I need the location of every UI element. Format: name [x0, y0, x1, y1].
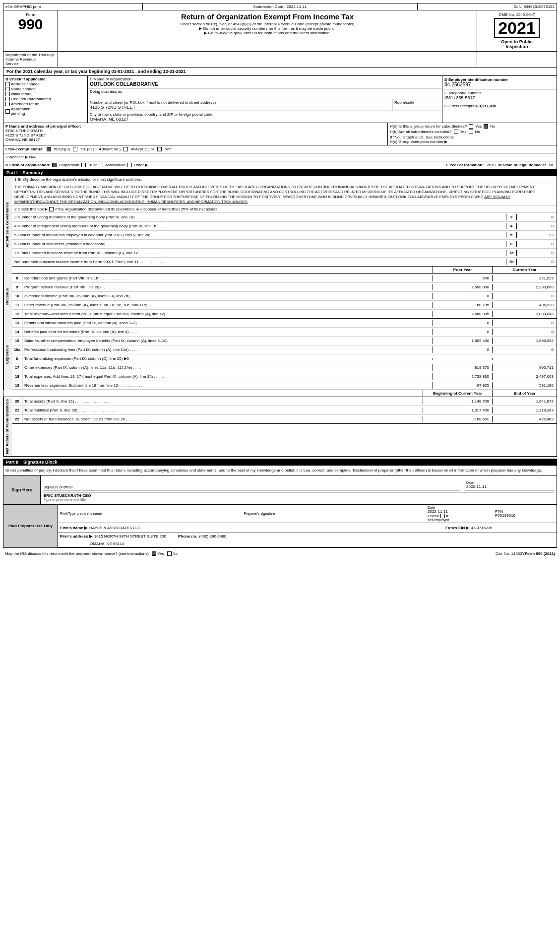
item20-end: 1,641,872: [492, 398, 557, 405]
4947-label: 4947(a)(1) or: [131, 147, 154, 151]
501c-label: 501(c) ( ) ◄(insert no.): [80, 147, 121, 151]
revenue-section: Revenue 8 Contributions and grants (Part…: [3, 274, 557, 319]
officer-name-row: ERIC STUECKRATH CEO Type or print name a…: [43, 492, 555, 502]
item5-value: 23: [517, 232, 557, 238]
sign-here-box: Sign Here: [3, 476, 41, 504]
section-lm: L Year of formation: 2019 M State of leg…: [446, 163, 555, 167]
address-label: Number and street (or P.O. box if mail i…: [90, 100, 390, 105]
preparer-row2: Firm's name ▶ HAYES & ASSOCIATES LLC Fir…: [58, 523, 557, 533]
ha-yes: Yes: [475, 124, 482, 129]
print-name-field: Print/Type preparer's name: [60, 512, 241, 515]
item15-row: 15 Salaries, other compensation, employe…: [12, 337, 557, 345]
item4-value: 8: [517, 223, 557, 229]
checkbox-application: [5, 109, 10, 114]
application-label: Application pending: [11, 107, 30, 116]
item16a-current: 0: [492, 346, 557, 353]
item21-row: 21 Total liabilities (Part X, line 26) .…: [12, 406, 557, 415]
paid-preparer-section: Paid Preparer Use Only Print/Type prepar…: [3, 505, 557, 548]
item7a-row: 7a Total unrelated business revenue from…: [12, 249, 557, 258]
item18-label: Total expenses. Add lines 13–17 (must eq…: [22, 373, 433, 380]
activities-label: Activities & Governance: [3, 176, 12, 273]
firms-ein-value: 47-0716239: [471, 526, 492, 530]
subtitle2: ▶ Do not enter social security numbers o…: [60, 26, 475, 31]
sign-row1: Signature of officer Date 2022-11-11: [43, 477, 555, 492]
phone-no-label: Phone no.: [178, 534, 197, 539]
item14-row: 14 Benefits paid to or for members (Part…: [12, 328, 557, 337]
item16a-row: 16a Professional fundraising fees (Part …: [12, 345, 557, 354]
check-value: if: [446, 514, 448, 518]
item19-row: 19 Revenue less expenses. Subtract line …: [12, 381, 557, 390]
name-change-label: Name change: [11, 87, 36, 91]
calendar-row: For the 2021 calendar year, or tax year …: [3, 68, 557, 76]
item8-current: 321,923: [492, 275, 557, 281]
item2-label: 2 Check this box ▶: [14, 207, 48, 211]
expenses-section: Expenses 13 Grants and similar amounts p…: [3, 319, 557, 390]
dln-label: DLN: 93493315070152: [418, 3, 557, 10]
preparer-row1: Print/Type preparer's name Preparer's si…: [58, 505, 557, 523]
under-penalties-text: Under penalties of perjury, I declare th…: [3, 466, 557, 476]
item21-label: Total liabilities (Part X, line 26) . . …: [22, 407, 423, 413]
officer-name: ERIC STUECKRATH CEO: [44, 493, 554, 498]
item3-box: 3: [506, 214, 517, 220]
checkbox-name: [5, 87, 10, 91]
item14-num: 14: [12, 328, 22, 336]
item22-num: 22: [12, 415, 22, 423]
cat-number: Cat. No. 11282Y: [496, 551, 525, 556]
print-name-label: Print/Type preparer's name: [60, 512, 241, 515]
org-name-label: C Name of organization: [90, 77, 440, 81]
item4-box: 4: [506, 223, 517, 229]
item15-current: 1,696,952: [492, 338, 557, 344]
hb-yes: Yes: [460, 130, 467, 134]
initial-return-label: Initial return: [11, 92, 32, 96]
title-area: Return of Organization Exempt From Incom…: [58, 10, 477, 51]
item3-label: 3 Number of voting members of the govern…: [12, 214, 506, 220]
net-assets-label: Net Assets or Fund Balances: [3, 397, 12, 456]
item22-end: 422,489: [492, 416, 557, 422]
item16b-row: b Total fundraising expenses (Part IX, c…: [12, 354, 557, 363]
checkbox-discuss-no: [167, 551, 172, 556]
item18-row: 18 Total expenses. Add lines 13–17 (must…: [12, 372, 557, 381]
address-value: 4125 S 72ND STREET: [90, 105, 390, 110]
ein-value: 84-2562597: [444, 82, 555, 87]
item20-label: Total assets (Part X, line 16) . . . . .…: [22, 398, 423, 405]
col-spacer: [12, 267, 433, 273]
item20-row: 20 Total assets (Part X, line 16) . . . …: [12, 397, 557, 406]
item16b-prior: [433, 358, 492, 360]
checkbox-final: [5, 97, 10, 101]
item21-num: 21: [12, 406, 22, 414]
gross-value: 3,117,038: [479, 104, 497, 108]
sign-date-field: Date 2022-11-11: [465, 480, 555, 490]
item17-num: 17: [12, 363, 22, 372]
item12-num: 12: [12, 310, 22, 318]
signature-block-label: Signature Block: [23, 460, 58, 465]
checkbox-ha-no: [484, 124, 488, 129]
footer: May the IRS discuss this return with the…: [3, 550, 557, 557]
room-label: Room/suite: [394, 100, 440, 105]
item9-current: 2,330,000: [492, 284, 557, 290]
principal-name: ERIC STUECKRATH: [5, 129, 385, 133]
item2-text: if the organization discontinued its ope…: [55, 207, 218, 211]
item14-label: Benefits paid to or for members (Part IX…: [22, 329, 433, 335]
section-k: K Form of organization: Corporation Trus…: [5, 163, 443, 167]
hb-label: H(b) Are all subordinates included?: [390, 130, 452, 134]
ptin-value: P00139616: [495, 513, 555, 518]
item10-row: 10 Investment income (Part VIII, column …: [12, 292, 557, 301]
checkbox-hb-no: [469, 130, 473, 134]
firms-ein-field: Firm's EIN ▶ 47-0716239: [445, 526, 555, 530]
state-domicile-value: NE: [549, 163, 555, 167]
section-h: H(a) Is this a group return for subordin…: [388, 123, 557, 145]
item4-label: 4 Number of independent voting members o…: [12, 223, 506, 229]
item18-prior: 2,728,830: [433, 373, 492, 380]
phone-value: (531) 365-5317: [444, 95, 555, 100]
hb-note: If "No," attach a list. See instructions…: [390, 135, 555, 139]
item18-current: 2,497,663: [492, 373, 557, 380]
item17-label: Other expenses (Part IX, column (A), lin…: [22, 364, 433, 371]
address-change-label: Address change: [11, 82, 40, 86]
item20-begin: 1,148,709: [423, 398, 492, 405]
check-application: Application pending: [5, 107, 85, 116]
balance-begin-header: Beginning of Current Year: [423, 390, 492, 397]
paid-preparer-header: Paid Preparer Use Only: [3, 505, 58, 547]
checkbox-self-employed: [440, 514, 445, 518]
item16a-label: Professional fundraising fees (Part IX, …: [22, 346, 433, 353]
ptin-label: PTIN: [495, 510, 555, 513]
